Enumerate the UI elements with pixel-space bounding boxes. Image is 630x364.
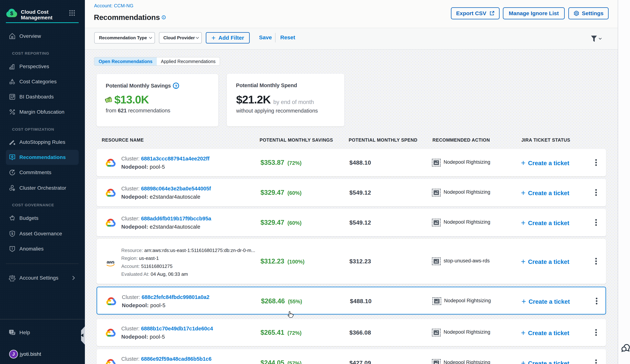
svg-text:aws: aws <box>107 259 114 264</box>
svg-text:$: $ <box>10 10 13 16</box>
svg-text:?: ? <box>10 330 12 334</box>
svg-text:$: $ <box>11 232 13 235</box>
